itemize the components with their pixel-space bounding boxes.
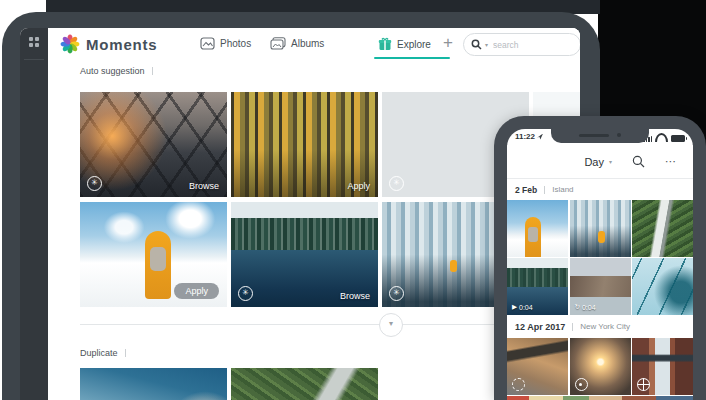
- photos-icon: [200, 37, 215, 50]
- tab-albums-label: Albums: [291, 38, 324, 49]
- photo-group-header: 12 Apr 2017 New York City: [507, 316, 693, 337]
- phone-photo-row-partial[interactable]: [507, 396, 693, 400]
- pano-360-icon: [637, 378, 650, 391]
- loop-duration-badge: ↻ 0:04: [575, 303, 596, 311]
- timelapse-icon: [512, 378, 525, 391]
- phone-photo-manhattan-bridge[interactable]: [632, 338, 693, 395]
- photo-band: [570, 276, 631, 298]
- tab-explore[interactable]: Explore: [378, 37, 431, 51]
- photo-tile-forest-road[interactable]: [231, 368, 378, 400]
- section-divider-tick: [152, 67, 153, 75]
- section-title-text: Auto suggestion: [80, 66, 145, 76]
- app-header: Moments Photos: [48, 28, 580, 60]
- chevron-down-icon: ▾: [389, 319, 393, 328]
- search-icon[interactable]: [632, 155, 645, 168]
- search-box[interactable]: ▾: [463, 33, 580, 56]
- search-scope-caret-icon[interactable]: ▾: [485, 42, 488, 48]
- active-tab-underline: [374, 57, 450, 59]
- apply-button[interactable]: Apply: [347, 181, 370, 191]
- search-input[interactable]: [491, 39, 553, 51]
- photo-band: [570, 258, 631, 278]
- phone-status-left: 11:22: [515, 132, 543, 141]
- section-divider-tick: [125, 349, 126, 357]
- group-date: 2 Feb: [515, 185, 537, 195]
- loop-duration: 0:04: [582, 304, 596, 311]
- tab-photos[interactable]: Photos: [200, 37, 251, 50]
- sidebar-divider: [24, 59, 44, 60]
- phone-status-right: [643, 133, 685, 142]
- speaker-slit: [579, 134, 609, 137]
- tab-albums[interactable]: Albums: [270, 37, 324, 50]
- albums-icon: [270, 37, 286, 50]
- group-location: Island: [552, 185, 573, 194]
- battery-icon: [671, 135, 685, 142]
- photo-tile-autumn-forest[interactable]: Apply: [231, 92, 378, 197]
- video-duration: 0:04: [519, 304, 533, 311]
- chevron-down-icon: ▾: [609, 159, 612, 165]
- search-icon: [471, 39, 482, 50]
- hiker-figure: [525, 217, 541, 257]
- photo-tile-frozen-lake[interactable]: ✳ Browse: [231, 202, 378, 307]
- motion-photo-icon: [575, 378, 588, 391]
- phone-photo-hiker[interactable]: [507, 200, 568, 257]
- section-title-text: Duplicate: [80, 348, 118, 358]
- phone-photo-brooklyn-bridge[interactable]: [507, 338, 568, 395]
- phone-notch: [551, 129, 649, 143]
- explore-gift-icon: [378, 37, 392, 51]
- view-mode-dropdown[interactable]: Day ▾: [584, 156, 612, 168]
- phone-photo-city-street[interactable]: [570, 338, 631, 395]
- phone-toolbar: Day ▾ ⋯: [507, 145, 693, 179]
- composition: Moments Photos: [0, 0, 706, 400]
- location-arrow-icon: [537, 134, 543, 140]
- photo-group-header: 2 Feb Island: [507, 179, 693, 200]
- loop-icon: ↻: [575, 303, 580, 311]
- wifi-icon: [655, 133, 668, 142]
- status-time: 11:22: [515, 132, 535, 141]
- auto-wand-icon: ✳: [389, 176, 404, 191]
- phone-screen: 11:22 Day ▾: [507, 129, 693, 400]
- auto-wand-icon: ✳: [87, 176, 102, 191]
- photo-tile-sunset-highway[interactable]: ✳ Browse: [80, 92, 227, 197]
- phone-photo-ice-waterfall[interactable]: [570, 200, 631, 257]
- auto-wand-icon: ✳: [389, 286, 404, 301]
- section-title-auto-suggestion: Auto suggestion: [80, 66, 153, 76]
- photo-tile-hiker-snow[interactable]: Apply: [80, 202, 227, 307]
- phone-photo-aerial-road[interactable]: [632, 200, 693, 257]
- group-location: New York City: [580, 322, 630, 331]
- photo-band: [507, 268, 568, 287]
- browse-button[interactable]: Browse: [189, 181, 219, 191]
- app-title: Moments: [86, 36, 157, 53]
- hiker-figure: [145, 231, 171, 299]
- camera-dot: [617, 133, 621, 137]
- phone-photo-blue-ice[interactable]: [632, 258, 693, 315]
- photo-tile-blue-sky[interactable]: [80, 368, 227, 400]
- main-menu-grid-icon[interactable]: [29, 37, 33, 41]
- play-icon: ▶: [512, 303, 517, 311]
- section-title-duplicate: Duplicate: [80, 348, 126, 358]
- person-figure: [450, 260, 457, 272]
- video-duration-badge: ▶ 0:04: [512, 303, 533, 311]
- view-mode-value: Day: [584, 156, 604, 168]
- tab-photos-label: Photos: [220, 38, 251, 49]
- apply-button[interactable]: Apply: [174, 283, 219, 299]
- group-divider-tick: [572, 323, 573, 331]
- section-divider-line: [80, 324, 546, 325]
- group-divider-tick: [544, 186, 545, 194]
- browse-button[interactable]: Browse: [340, 291, 370, 301]
- phone-photo-mountain-loop[interactable]: ↻ 0:04: [570, 258, 631, 315]
- person-figure: [598, 231, 605, 243]
- phone-photo-frozen-lake-video[interactable]: ▶ 0:04: [507, 258, 568, 315]
- add-button[interactable]: +: [439, 33, 457, 53]
- sidebar: [20, 28, 48, 400]
- tab-explore-label: Explore: [397, 39, 431, 50]
- moments-logo-icon: [60, 34, 80, 54]
- auto-wand-icon: ✳: [238, 286, 253, 301]
- collapse-section-button[interactable]: ▾: [379, 313, 403, 337]
- phone-device-frame: 11:22 Day ▾: [494, 116, 706, 400]
- group-date: 12 Apr 2017: [515, 322, 565, 332]
- photo-band: [231, 218, 378, 252]
- more-menu-icon[interactable]: ⋯: [665, 155, 677, 168]
